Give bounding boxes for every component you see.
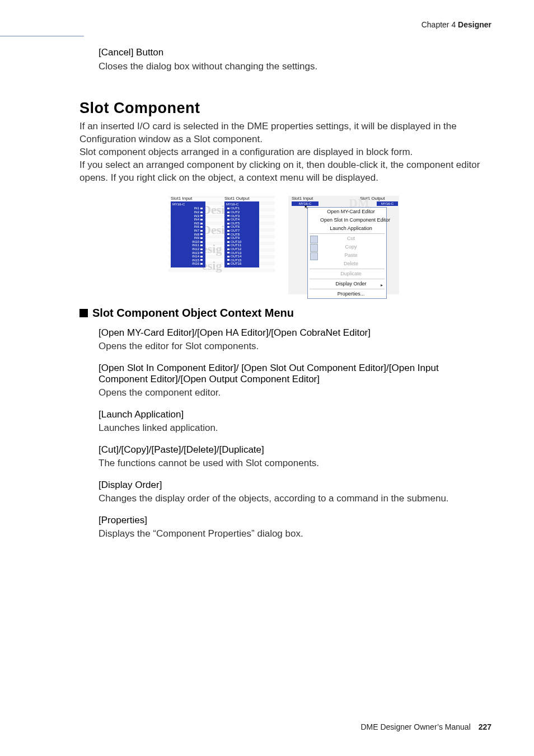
- slot-in-port: IN4: [172, 218, 204, 222]
- slot-in-port: IN3: [172, 214, 204, 218]
- slot-out-port: OUT7: [226, 229, 257, 233]
- cut-icon: [310, 236, 318, 243]
- slot-out-port: OUT11: [226, 243, 257, 247]
- slot-out-port: OUT16: [226, 262, 257, 266]
- header-chapter: Chapter 4: [421, 20, 458, 29]
- slot-input-card: MY16-C: [172, 203, 204, 206]
- ctx-item-open-slot-editor-title: [Open Slot In Component Editor]/ [Open S…: [99, 363, 488, 385]
- slot-intro-p1: If an inserted I/O card is selected in t…: [79, 120, 488, 146]
- fig-right-label-in: Slot1 Input: [292, 196, 313, 201]
- slot-in-port: IN1: [172, 206, 204, 210]
- fig-right-out-card: MY16-C: [377, 201, 398, 206]
- ctx-item-launch-app-title: [Launch Application]: [99, 409, 488, 420]
- slot-out-port: OUT15: [226, 259, 257, 262]
- slot-in-port: IN15: [172, 259, 204, 262]
- slot-output-block: MY16-C OUT1OUT2OUT3OUT4OUT5OUT6OUT7OUT8O…: [224, 201, 259, 267]
- menu-cut: Cut: [308, 234, 386, 243]
- slot-in-port: IN5: [172, 222, 204, 226]
- menu-paste: Paste: [308, 251, 386, 260]
- slot-out-port: OUT12: [226, 247, 257, 251]
- slot-out-port: OUT13: [226, 251, 257, 255]
- figure-row: Slot1 Input Slot1 Output Desig Desig esi…: [79, 196, 488, 294]
- slot-out-port: OUT1: [226, 206, 257, 210]
- menu-open-slot-in[interactable]: Open Slot In Component Editor: [308, 216, 386, 224]
- menu-duplicate: Duplicate: [308, 270, 386, 278]
- footer-page-number: 227: [479, 722, 491, 731]
- ctx-item-open-slot-editor-desc: Opens the component editor.: [99, 387, 488, 399]
- slot-in-port: IN10: [172, 240, 204, 244]
- menu-copy: Copy: [308, 243, 386, 251]
- slot-input-block: MY16-C IN1IN2IN3IN4IN5IN6IN7IN8IN9IN10IN…: [171, 201, 205, 267]
- context-menu-section-heading: Slot Component Object Context Menu: [79, 307, 488, 320]
- slot-out-port: OUT2: [226, 210, 257, 214]
- ctx-item-launch-app-desc: Launches linked application.: [99, 422, 488, 434]
- square-bullet-icon: [79, 309, 88, 317]
- ctx-item-cut-copy-desc: The functions cannot be used with Slot c…: [99, 457, 488, 469]
- copy-icon: [310, 244, 318, 252]
- menu-display-order[interactable]: Display Order▸: [308, 280, 386, 288]
- context-menu-heading-text: Slot Component Object Context Menu: [92, 307, 294, 320]
- page-content: [Cancel] Button Closes the dialog box wi…: [79, 47, 488, 550]
- slot-out-port: OUT4: [226, 218, 257, 222]
- cancel-button-body: Closes the dialog box without changing t…: [99, 60, 488, 73]
- cancel-button-heading: [Cancel] Button: [99, 47, 488, 58]
- chevron-right-icon: ▸: [381, 283, 383, 288]
- slot-output-card: MY16-C: [226, 203, 257, 206]
- ctx-item-cut-copy-title: [Cut]/[Copy]/[Paste]/[Delete]/[Duplicate…: [99, 444, 488, 456]
- menu-delete: Delete: [308, 260, 386, 268]
- slot-intro-p3: If you select an arranged component by c…: [79, 159, 488, 185]
- figure-slot-blocks: Slot1 Input Slot1 Output Desig Desig esi…: [168, 196, 275, 272]
- menu-properties[interactable]: Properties...: [308, 290, 386, 298]
- slot-in-port: IN11: [172, 243, 204, 247]
- page-header: Chapter 4 Designer: [421, 20, 491, 29]
- menu-open-mycard[interactable]: Open MY-Card Editor: [308, 208, 386, 216]
- slot-out-port: OUT10: [226, 240, 257, 244]
- slot-in-port: IN7: [172, 229, 204, 233]
- page-footer: DME Designer Owner’s Manual 227: [360, 722, 491, 731]
- fig-left-label-out: Slot1 Output: [224, 196, 249, 201]
- slot-in-port: IN13: [172, 251, 204, 255]
- fig-left-label-in: Slot1 Input: [171, 196, 192, 201]
- context-menu: Open MY-Card Editor Open Slot In Compone…: [307, 207, 387, 299]
- header-rule: [0, 36, 84, 36]
- ctx-item-display-order-title: [Display Order]: [99, 480, 488, 491]
- fig-right-label-out: Slot1 Output: [360, 196, 385, 201]
- slot-out-port: OUT14: [226, 255, 257, 259]
- ctx-item-properties-title: [Properties]: [99, 515, 488, 526]
- slot-out-port: OUT5: [226, 222, 257, 226]
- slot-in-port: IN2: [172, 210, 204, 214]
- slot-intro-p2: Slot component objects arranged in a con…: [79, 146, 488, 159]
- slot-component-heading: Slot Component: [79, 100, 488, 117]
- slot-out-port: OUT6: [226, 225, 257, 229]
- slot-in-port: IN14: [172, 255, 204, 259]
- ctx-item-display-order-desc: Changes the display order of the objects…: [99, 492, 488, 505]
- footer-text: DME Designer Owner’s Manual: [360, 722, 470, 731]
- menu-launch-app[interactable]: Launch Application: [308, 224, 386, 233]
- ctx-item-open-editor-desc: Opens the editor for Slot components.: [99, 340, 488, 353]
- slot-out-port: OUT8: [226, 233, 257, 237]
- header-section: Designer: [458, 20, 491, 29]
- slot-in-port: IN6: [172, 225, 204, 229]
- slot-in-port: IN8: [172, 233, 204, 237]
- slot-in-port: IN9: [172, 236, 204, 240]
- slot-in-port: IN16: [172, 262, 204, 266]
- ctx-item-properties-desc: Displays the “Component Properties” dial…: [99, 528, 488, 540]
- slot-out-port: OUT3: [226, 214, 257, 218]
- slot-in-port: IN12: [172, 247, 204, 251]
- ctx-item-open-editor-title: [Open MY-Card Editor]/[Open HA Editor]/[…: [99, 327, 488, 339]
- slot-out-port: OUT9: [226, 236, 257, 240]
- figure-context-menu: Slot1 Input Slot1 Output DM MY16-C MY16-…: [288, 196, 399, 294]
- paste-icon: [310, 252, 318, 260]
